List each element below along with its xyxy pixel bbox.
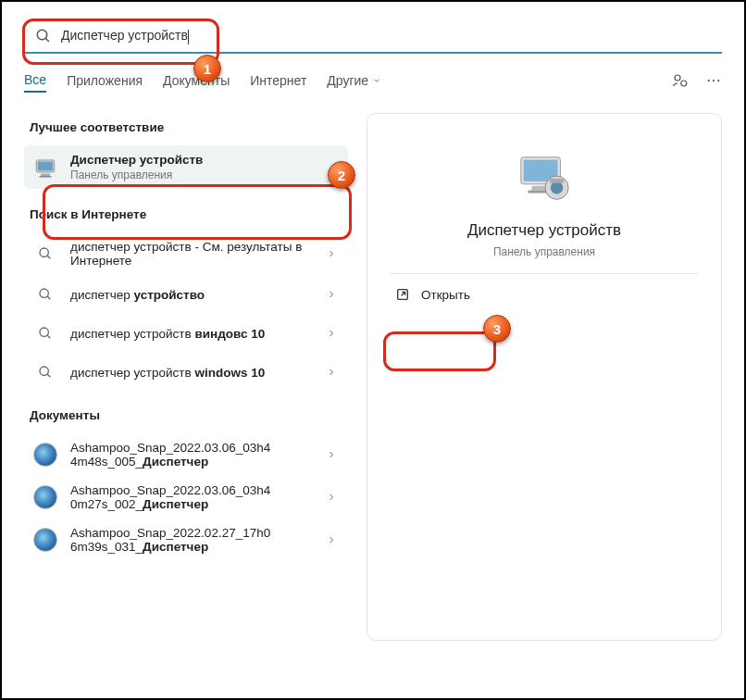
device-manager-icon — [33, 156, 57, 180]
open-action[interactable]: Открыть — [367, 274, 721, 315]
svg-point-4 — [708, 80, 710, 81]
document-text: Ashampoo_Snap_2022.02.27_17h0 6m39s_031_… — [70, 526, 313, 554]
content-area: Лучшее соответствие Диспетчер устройств … — [24, 113, 722, 641]
svg-point-15 — [40, 328, 48, 336]
web-result-0[interactable]: диспетчер устройств - См. результаты в И… — [24, 232, 348, 275]
preview-title: Диспетчер устройств — [390, 221, 699, 240]
svg-point-5 — [713, 80, 715, 81]
best-match-item[interactable]: Диспетчер устройств Панель управления — [24, 145, 348, 189]
web-result-1[interactable]: диспетчер устройство — [24, 275, 348, 314]
annotation-badge-3: 3 — [483, 315, 511, 343]
svg-line-18 — [47, 374, 50, 377]
search-icon — [33, 242, 57, 266]
document-text: Ashampoo_Snap_2022.03.06_03h4 4m48s_005_… — [70, 441, 313, 469]
tab-all[interactable]: Все — [24, 69, 46, 93]
svg-point-3 — [681, 81, 687, 86]
chevron-right-icon — [326, 367, 337, 378]
chevron-right-icon — [326, 248, 337, 259]
svg-line-1 — [45, 38, 49, 42]
svg-point-13 — [40, 289, 48, 297]
svg-line-14 — [47, 296, 50, 299]
preview-subtitle: Панель управления — [390, 245, 699, 258]
search-icon — [33, 282, 57, 306]
tabs-row: Все Приложения Документы Интернет Другие — [24, 57, 722, 100]
search-icon — [35, 28, 52, 44]
document-result-2[interactable]: Ashampoo_Snap_2022.02.27_17h0 6m39s_031_… — [24, 519, 348, 561]
account-icon[interactable] — [672, 72, 689, 89]
tab-apps[interactable]: Приложения — [67, 69, 143, 92]
heading-web-search: Поиск в Интернете — [24, 200, 348, 232]
search-icon — [33, 360, 57, 384]
chevron-down-icon — [372, 76, 381, 85]
search-input[interactable]: Диспетчер устройств — [61, 28, 711, 44]
annotation-badge-2: 2 — [328, 161, 355, 189]
open-external-icon — [395, 287, 410, 302]
annotation-badge-1: 1 — [193, 55, 221, 82]
web-result-text: диспетчер устройств виндовс 10 — [70, 327, 313, 341]
tabs-actions — [672, 72, 722, 89]
svg-line-16 — [47, 335, 50, 338]
chevron-right-icon — [326, 328, 337, 339]
document-thumbnail-icon — [33, 528, 57, 552]
document-thumbnail-icon — [33, 485, 57, 509]
web-result-3[interactable]: диспетчер устройств windows 10 — [24, 353, 348, 392]
svg-point-11 — [40, 248, 48, 256]
svg-point-24 — [551, 181, 564, 194]
chevron-right-icon — [326, 289, 337, 300]
best-match-text: Диспетчер устройств Панель управления — [70, 153, 337, 181]
web-result-2[interactable]: диспетчер устройств виндовс 10 — [24, 314, 348, 353]
windows-search-panel: Диспетчер устройств Все Приложения Докум… — [0, 0, 746, 700]
svg-line-12 — [47, 256, 50, 258]
search-icon — [33, 321, 57, 345]
web-result-text: диспетчер устройство — [70, 288, 313, 302]
heading-documents: Документы — [24, 401, 348, 433]
svg-rect-25 — [550, 179, 565, 183]
device-manager-large-icon — [516, 153, 573, 205]
search-bar[interactable]: Диспетчер устройств — [24, 19, 722, 54]
svg-point-6 — [717, 80, 719, 81]
preview-panel: Диспетчер устройств Панель управления От… — [367, 113, 722, 641]
svg-point-0 — [37, 30, 47, 40]
open-label: Открыть — [421, 288, 470, 302]
tab-more[interactable]: Другие — [327, 69, 381, 92]
svg-rect-8 — [38, 161, 53, 170]
preview-header: Диспетчер устройств Панель управления — [390, 136, 699, 274]
chevron-right-icon — [326, 534, 337, 545]
document-result-1[interactable]: Ashampoo_Snap_2022.03.06_03h4 0m27s_002_… — [24, 476, 348, 519]
chevron-right-icon — [326, 449, 337, 460]
chevron-right-icon — [326, 492, 337, 503]
svg-rect-9 — [41, 173, 50, 175]
svg-point-17 — [40, 367, 48, 375]
web-result-text: диспетчер устройств windows 10 — [70, 366, 313, 380]
document-thumbnail-icon — [33, 443, 57, 467]
web-result-text: диспетчер устройств - См. результаты в И… — [70, 240, 313, 268]
more-icon[interactable] — [705, 72, 722, 89]
svg-rect-10 — [40, 175, 52, 177]
svg-point-2 — [675, 75, 680, 81]
document-text: Ashampoo_Snap_2022.03.06_03h4 0m27s_002_… — [70, 483, 313, 511]
results-column: Лучшее соответствие Диспетчер устройств … — [24, 113, 348, 641]
heading-best-match: Лучшее соответствие — [24, 113, 348, 145]
tab-web[interactable]: Интернет — [250, 69, 306, 92]
document-result-0[interactable]: Ashampoo_Snap_2022.03.06_03h4 4m48s_005_… — [24, 433, 348, 476]
